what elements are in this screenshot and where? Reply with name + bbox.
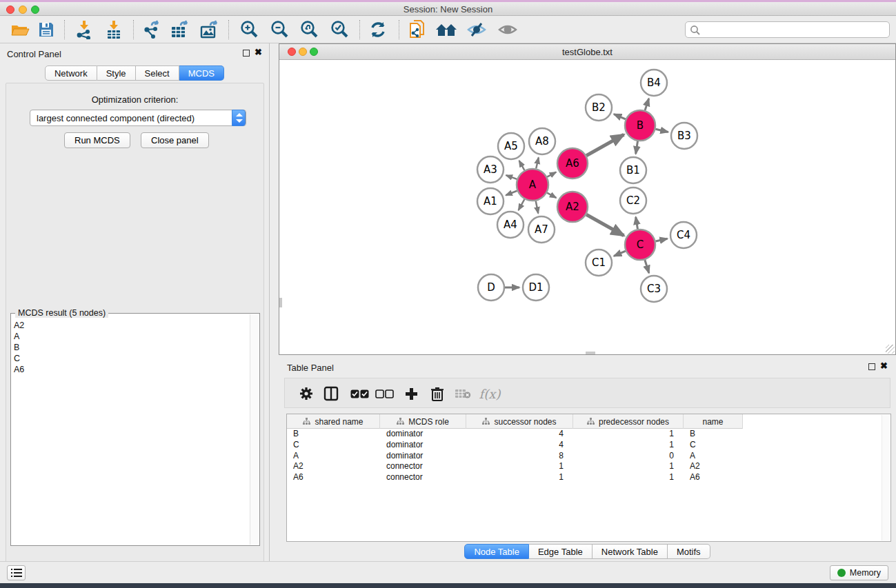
import-table-button[interactable] (102, 19, 126, 40)
graph-node-B[interactable]: B (625, 110, 655, 141)
graph-edge-B-B3[interactable] (655, 129, 668, 132)
graph-edge-A6-B[interactable] (586, 134, 624, 156)
select-all-columns-button[interactable] (348, 383, 370, 404)
export-image-button[interactable] (198, 19, 221, 40)
table-scrollbar[interactable] (882, 415, 890, 540)
graph-edge-B-B4[interactable] (645, 99, 649, 110)
run-mcds-button[interactable]: Run MCDS (64, 132, 130, 148)
graph-node-A1[interactable]: A1 (477, 188, 504, 214)
task-history-button[interactable] (7, 565, 26, 580)
graph-node-C[interactable]: C (625, 230, 655, 260)
graph-node-A3[interactable]: A3 (477, 156, 504, 183)
graph-node-C3[interactable]: C3 (641, 276, 667, 302)
table-row[interactable]: Adominator80A (287, 451, 890, 462)
graph-node-D[interactable]: D (478, 274, 504, 301)
graph-edge-C-C1[interactable] (614, 251, 626, 256)
graph-node-B3[interactable]: B3 (671, 123, 697, 149)
graph-node-C4[interactable]: C4 (670, 222, 697, 248)
tab-mcds[interactable]: MCDS (179, 65, 224, 81)
graph-node-A4[interactable]: A4 (497, 212, 524, 238)
show-eye-button[interactable] (496, 19, 519, 40)
table-row[interactable]: A6connector11A6 (287, 472, 890, 483)
graph-node-C1[interactable]: C1 (586, 250, 612, 276)
delete-table-button[interactable] (452, 383, 474, 404)
graph-edge-A-A4[interactable] (519, 199, 525, 210)
network-window-titlebar[interactable]: testGlobe.txt (279, 44, 895, 60)
table-row[interactable]: A2connector11A2 (287, 461, 890, 472)
zoom-fit-button[interactable] (297, 19, 321, 40)
network-horizontal-scroll-thumb[interactable] (586, 352, 595, 354)
graph-edge-C-C3[interactable] (645, 260, 649, 273)
table-row[interactable]: Cdominator41C (287, 440, 890, 451)
close-table-panel-icon[interactable]: ✖ (880, 361, 888, 371)
memory-button[interactable]: Memory (830, 565, 888, 580)
tab-style[interactable]: Style (97, 65, 136, 81)
tab-network-table[interactable]: Network Table (593, 544, 668, 559)
result-list-item[interactable]: B (14, 342, 241, 353)
deselect-all-columns-button[interactable] (373, 383, 395, 404)
export-network-button[interactable] (140, 19, 163, 40)
close-panel-icon[interactable]: ✖ (255, 48, 262, 57)
export-table-button[interactable] (168, 19, 192, 40)
float-table-panel-icon[interactable] (868, 363, 875, 370)
tab-select[interactable]: Select (136, 65, 179, 81)
graph-edge-C-C2[interactable] (636, 217, 638, 230)
graph-node-C2[interactable]: C2 (620, 187, 646, 214)
graph-edge-A2-C[interactable] (586, 214, 624, 236)
graph-edge-A-A3[interactable] (506, 175, 517, 179)
delete-column-button[interactable] (426, 383, 448, 404)
table-row[interactable]: Bdominator41B (287, 429, 890, 440)
table-settings-button[interactable] (295, 383, 317, 404)
hide-panels-button[interactable] (465, 19, 488, 40)
graph-edge-A-A5[interactable] (519, 161, 525, 170)
graph-node-B2[interactable]: B2 (586, 94, 612, 121)
graph-node-A6[interactable]: A6 (557, 148, 588, 179)
graph-edge-A-A7[interactable] (536, 201, 539, 214)
mcds-result-list[interactable]: A2ABCA6 (14, 320, 241, 375)
graph-node-D1[interactable]: D1 (523, 274, 549, 301)
zoom-selected-button[interactable] (328, 19, 351, 40)
graph-edge-A-A2[interactable] (547, 193, 556, 198)
tab-edge-table[interactable]: Edge Table (529, 544, 593, 559)
home-button[interactable] (435, 19, 458, 40)
function-builder-button[interactable]: f(x) (479, 383, 501, 404)
search-input[interactable] (704, 23, 886, 37)
result-list-item[interactable]: A2 (14, 320, 241, 331)
network-graph[interactable]: B4B2BB3A5A8A6B1A3AC2A1A2A4A7C4CC1C3DD1 (279, 60, 895, 354)
column-header-name[interactable]: name (684, 414, 743, 429)
tab-motifs[interactable]: Motifs (668, 544, 710, 559)
graph-node-A2[interactable]: A2 (557, 192, 588, 222)
tab-network[interactable]: Network (45, 65, 97, 81)
float-panel-icon[interactable] (243, 50, 250, 57)
create-column-button[interactable] (400, 383, 422, 404)
result-list-item[interactable]: A (14, 331, 241, 342)
graph-edge-A-A8[interactable] (536, 157, 539, 168)
zoom-out-button[interactable] (268, 19, 291, 40)
graph-node-B1[interactable]: B1 (620, 157, 646, 183)
column-header-shared-name[interactable]: shared name (287, 414, 380, 429)
window-resize-grip[interactable] (886, 345, 895, 354)
network-vertical-scroll-thumb[interactable] (279, 298, 282, 307)
result-list-item[interactable]: A6 (14, 364, 241, 375)
graph-edge-B-B1[interactable] (636, 141, 638, 154)
zoom-in-button[interactable] (237, 19, 261, 40)
close-panel-button[interactable]: Close panel (141, 132, 209, 148)
graph-edge-B-B2[interactable] (614, 114, 626, 119)
graph-edge-A-A1[interactable] (506, 191, 517, 195)
import-network-button[interactable] (72, 19, 96, 40)
open-session-button[interactable] (8, 19, 32, 40)
graph-node-B4[interactable]: B4 (641, 70, 667, 96)
result-list-item[interactable]: C (14, 353, 241, 364)
graph-edge-A-A6[interactable] (547, 172, 556, 177)
column-header-MCDS-role[interactable]: MCDS role (380, 414, 466, 429)
column-header-successor-nodes[interactable]: successor nodes (466, 414, 573, 429)
graph-node-A7[interactable]: A7 (528, 216, 555, 243)
refresh-button[interactable] (366, 19, 390, 40)
save-session-button[interactable] (34, 19, 58, 40)
tab-node-table[interactable]: Node Table (464, 544, 529, 559)
column-layout-button[interactable] (320, 383, 342, 404)
graph-node-A5[interactable]: A5 (498, 133, 524, 159)
graph-edge-C-C4[interactable] (655, 239, 667, 241)
result-scrollbar[interactable] (250, 314, 259, 545)
graph-node-A[interactable]: A (517, 169, 548, 201)
